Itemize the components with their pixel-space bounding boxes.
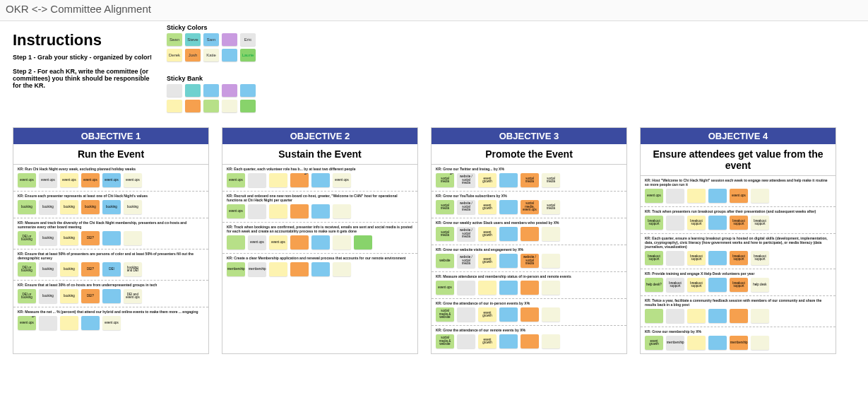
sticky-note[interactable] [499, 200, 518, 214]
sticky-note[interactable]: breakout support [730, 278, 748, 292]
sticky-note[interactable] [687, 189, 706, 203]
sticky-note[interactable] [542, 281, 560, 295]
sticky-note[interactable]: booking [60, 231, 78, 245]
sticky-note[interactable] [124, 231, 142, 245]
sticky-note[interactable]: membership [666, 336, 684, 350]
sticky-swatch[interactable] [240, 84, 256, 97]
sticky-note[interactable] [248, 173, 266, 187]
sticky-note[interactable]: DEI? [81, 262, 100, 276]
sticky-swatch[interactable]: Katie [203, 49, 219, 61]
sticky-note[interactable]: breakout support [687, 216, 706, 230]
sticky-note[interactable] [102, 289, 121, 303]
sticky-note[interactable] [708, 309, 727, 323]
sticky-note[interactable] [269, 173, 287, 187]
sticky-note[interactable] [60, 316, 78, 330]
sticky-note[interactable]: booking [18, 200, 36, 214]
sticky-note[interactable] [708, 216, 727, 230]
sticky-note[interactable] [290, 262, 309, 276]
sticky-note[interactable]: booking and DEI [124, 262, 142, 276]
sticky-note[interactable]: event ops [102, 316, 121, 330]
sticky-swatch[interactable] [240, 100, 256, 112]
sticky-note[interactable]: event growth [478, 227, 497, 241]
sticky-note[interactable] [248, 204, 266, 218]
sticky-note[interactable]: website / social media [457, 254, 475, 268]
sticky-note[interactable] [499, 254, 518, 268]
sticky-note[interactable] [311, 235, 330, 249]
sticky-note[interactable] [499, 281, 518, 295]
sticky-note[interactable] [708, 189, 727, 203]
sticky-note[interactable]: membership [730, 336, 748, 350]
sticky-note[interactable]: breakout support [751, 251, 769, 265]
sticky-note[interactable]: membership [248, 262, 266, 276]
sticky-note[interactable] [290, 173, 309, 187]
sticky-swatch[interactable] [185, 84, 201, 97]
sticky-note[interactable]: breakout support [645, 216, 663, 230]
sticky-note[interactable]: breakout support [730, 251, 748, 265]
sticky-note[interactable] [542, 254, 560, 268]
sticky-swatch[interactable]: Josh [185, 49, 201, 61]
sticky-note[interactable] [499, 307, 518, 322]
sticky-note[interactable]: booking [102, 200, 121, 214]
sticky-note[interactable] [687, 309, 706, 323]
sticky-note[interactable] [354, 235, 372, 249]
sticky-note[interactable] [311, 262, 330, 276]
sticky-note[interactable] [269, 204, 287, 218]
sticky-note[interactable] [457, 307, 475, 322]
sticky-note[interactable]: breakout support [687, 251, 706, 265]
sticky-swatch[interactable] [167, 100, 182, 112]
sticky-note[interactable]: event ops [645, 189, 663, 203]
sticky-swatch[interactable] [203, 100, 219, 112]
sticky-note[interactable] [708, 251, 727, 265]
sticky-note[interactable]: event growth [478, 334, 497, 348]
sticky-note[interactable]: social media [436, 227, 454, 241]
sticky-note[interactable] [311, 204, 330, 218]
sticky-note[interactable]: event growth [478, 307, 497, 322]
sticky-note[interactable] [666, 189, 684, 203]
sticky-note[interactable]: booking [60, 200, 78, 214]
sticky-note[interactable]: event ops [333, 173, 351, 187]
sticky-note[interactable]: event ops [436, 281, 454, 295]
sticky-note[interactable] [751, 336, 769, 350]
sticky-note[interactable] [290, 204, 309, 218]
sticky-note[interactable] [290, 235, 309, 249]
sticky-swatch[interactable]: Sam [203, 33, 219, 46]
sticky-note[interactable]: social media [436, 200, 454, 214]
sticky-note[interactable] [499, 173, 518, 187]
sticky-note[interactable]: breakout support [751, 216, 769, 230]
sticky-note[interactable] [521, 227, 539, 241]
sticky-note[interactable]: social media [542, 173, 560, 187]
sticky-note[interactable] [645, 309, 663, 323]
sticky-note[interactable]: booking [81, 200, 100, 214]
sticky-note[interactable] [666, 309, 684, 323]
sticky-note[interactable]: event ops [227, 204, 245, 218]
sticky-note[interactable] [542, 307, 560, 322]
sticky-note[interactable]: event ops [124, 173, 142, 187]
sticky-swatch[interactable]: Derek [167, 49, 182, 61]
sticky-note[interactable]: website / social media [457, 227, 475, 241]
sticky-note[interactable] [542, 334, 560, 348]
sticky-note[interactable]: DEI or booking [18, 289, 36, 303]
sticky-note[interactable] [333, 204, 351, 218]
sticky-note[interactable] [499, 334, 518, 348]
sticky-note[interactable] [521, 307, 539, 322]
sticky-note[interactable] [311, 173, 330, 187]
sticky-swatch[interactable]: Sean [167, 33, 182, 46]
sticky-note[interactable] [227, 235, 245, 249]
sticky-note[interactable]: event ops [269, 235, 287, 249]
sticky-note[interactable]: social media [542, 200, 560, 214]
sticky-note[interactable] [81, 316, 100, 330]
sticky-note[interactable]: event ops [102, 173, 121, 187]
sticky-note[interactable]: booking [39, 262, 57, 276]
sticky-note[interactable] [751, 309, 769, 323]
sticky-note[interactable] [708, 336, 727, 350]
sticky-note[interactable] [102, 231, 121, 245]
sticky-swatch[interactable] [185, 100, 201, 112]
sticky-note[interactable] [730, 309, 748, 323]
sticky-swatch[interactable] [203, 84, 219, 97]
sticky-note[interactable] [521, 334, 539, 348]
sticky-note[interactable] [708, 278, 727, 292]
whiteboard-canvas[interactable]: Instructions Step 1 - Grab your sticky -… [0, 21, 868, 417]
sticky-note[interactable] [499, 227, 518, 241]
sticky-note[interactable]: event ops [60, 173, 78, 187]
sticky-note[interactable]: event growth [478, 200, 497, 214]
